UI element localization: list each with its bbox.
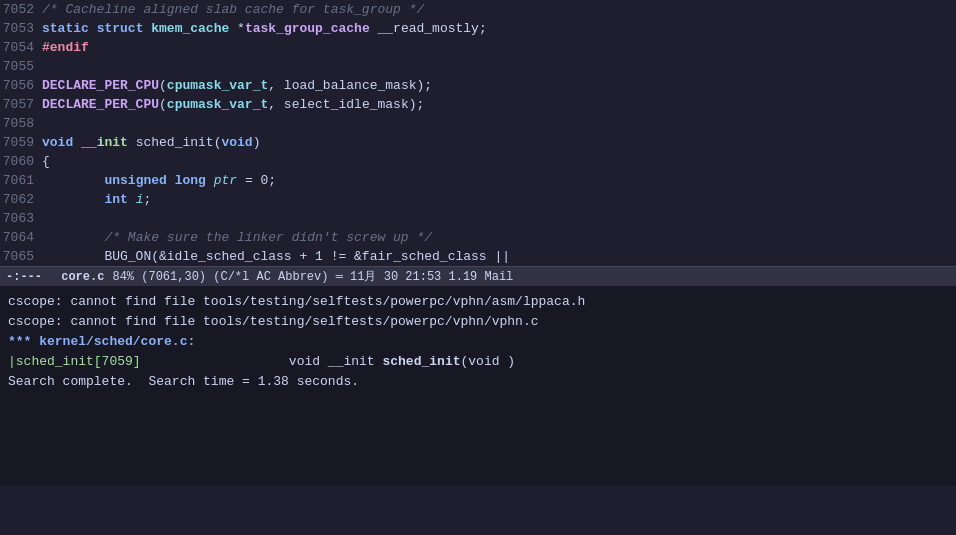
output-line: cscope: cannot find file tools/testing/s… (8, 292, 948, 312)
line-number: 7062 (0, 190, 42, 209)
line-number: 7056 (0, 76, 42, 95)
code-line: 7059void __init sched_init(void) (0, 133, 956, 152)
status-filename: core.c (61, 270, 104, 284)
code-line: 7053static struct kmem_cache *task_group… (0, 19, 956, 38)
line-number: 7054 (0, 38, 42, 57)
line-number: 7052 (0, 0, 42, 19)
output-line: |sched_init[7059] void __init sched_init… (8, 352, 948, 372)
code-line: 7058 (0, 114, 956, 133)
line-number: 7060 (0, 152, 42, 171)
line-number: 7057 (0, 95, 42, 114)
line-content: /* Cacheline aligned slab cache for task… (42, 0, 956, 19)
line-number: 7065 (0, 247, 42, 266)
output-line: Search complete. Search time = 1.38 seco… (8, 372, 948, 392)
line-content: static struct kmem_cache *task_group_cac… (42, 19, 956, 38)
status-bar: -:--- core.c 84% (7061,30) (C/*l AC Abbr… (0, 266, 956, 286)
code-line: 7056DECLARE_PER_CPU(cpumask_var_t, load_… (0, 76, 956, 95)
line-content: DECLARE_PER_CPU(cpumask_var_t, load_bala… (42, 76, 956, 95)
status-info: 84% (7061,30) (C/*l AC Abbrev) ═ 11月 30 … (112, 268, 950, 285)
code-line: 7065 BUG_ON(&idle_sched_class + 1 != &fa… (0, 247, 956, 266)
line-content: BUG_ON(&idle_sched_class + 1 != &fair_sc… (42, 247, 956, 266)
line-number: 7064 (0, 228, 42, 247)
code-line: 7057DECLARE_PER_CPU(cpumask_var_t, selec… (0, 95, 956, 114)
line-number: 7061 (0, 171, 42, 190)
line-content: void __init sched_init(void) (42, 133, 956, 152)
line-number: 7055 (0, 57, 42, 76)
code-line: 7054#endif (0, 38, 956, 57)
line-content: /* Make sure the linker didn't screw up … (42, 228, 956, 247)
line-number: 7058 (0, 114, 42, 133)
line-number: 7059 (0, 133, 42, 152)
code-line: 7064 /* Make sure the linker didn't scre… (0, 228, 956, 247)
code-line: 7060{ (0, 152, 956, 171)
output-line: cscope: cannot find file tools/testing/s… (8, 312, 948, 332)
code-line: 7062 int i; (0, 190, 956, 209)
code-line: 7052/* Cacheline aligned slab cache for … (0, 0, 956, 19)
func-name: sched_init (382, 354, 460, 369)
code-line: 7061 unsigned long ptr = 0; (0, 171, 956, 190)
code-editor: 7052/* Cacheline aligned slab cache for … (0, 0, 956, 266)
line-content: int i; (42, 190, 956, 209)
code-line: 7063 (0, 209, 956, 228)
cscope-result-link[interactable]: |sched_init[7059] (8, 354, 141, 369)
code-line: 7055 (0, 57, 956, 76)
line-content: unsigned long ptr = 0; (42, 171, 956, 190)
line-content: { (42, 152, 956, 171)
output-pane: cscope: cannot find file tools/testing/s… (0, 286, 956, 486)
line-number: 7053 (0, 19, 42, 38)
line-content: DECLARE_PER_CPU(cpumask_var_t, select_id… (42, 95, 956, 114)
line-content: #endif (42, 38, 956, 57)
line-number: 7063 (0, 209, 42, 228)
status-mode: -:--- (6, 270, 42, 284)
output-line: *** kernel/sched/core.c: (8, 332, 948, 352)
